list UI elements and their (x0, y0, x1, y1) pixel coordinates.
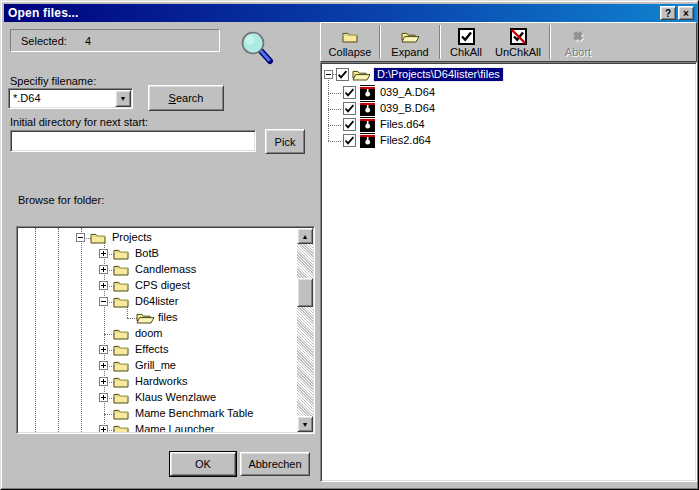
scrollbar-thumb[interactable] (297, 278, 313, 307)
folder-tree-row[interactable]: Effects (18, 342, 278, 358)
expand-plus-icon[interactable] (99, 425, 108, 432)
file-tree-root-row[interactable]: D:\Projects\D64lister\files (322, 67, 692, 82)
caption-buttons: ? × (660, 6, 694, 20)
folder-closed-icon (113, 263, 129, 278)
folder-name[interactable]: files (158, 311, 178, 323)
titlebar[interactable]: Open files... ? × (4, 4, 697, 22)
collapse-button[interactable]: Collapse (323, 24, 377, 60)
file-name[interactable]: Files.d64 (380, 118, 425, 130)
scroll-down-icon[interactable]: ▼ (297, 416, 313, 432)
folder-tree-row[interactable]: Candlemass (18, 262, 278, 278)
folder-closed-icon (113, 359, 129, 374)
file-tree-row[interactable]: 039_A.D64 (322, 85, 692, 100)
uncheck-icon (510, 26, 527, 46)
checkbox-checked-icon[interactable] (343, 86, 356, 99)
folder-tree-row[interactable]: Grill_me (18, 358, 278, 374)
toolbar-separator (439, 25, 441, 59)
expand-plus-icon[interactable] (99, 345, 108, 354)
file-tree-row[interactable]: Files2.d64 (322, 133, 692, 148)
abort-icon (569, 26, 587, 46)
folder-tree-row[interactable]: BotB (18, 246, 278, 262)
folder-open-icon (136, 311, 155, 326)
collapse-minus-icon[interactable] (99, 297, 108, 306)
file-name[interactable]: Files2.d64 (380, 134, 431, 146)
folder-closed-icon (113, 279, 129, 294)
disk-icon (360, 133, 375, 150)
filename-combobox[interactable]: *.D64 ▼ (8, 88, 133, 109)
expand-plus-icon[interactable] (99, 249, 108, 258)
open-files-dialog: Open files... ? × Selected: 4 Specifiy f… (0, 0, 699, 490)
tree-guide-line (328, 125, 341, 126)
file-tree-row[interactable]: 039_B.D64 (322, 101, 692, 116)
expand-plus-icon[interactable] (99, 281, 108, 290)
folder-tree-row[interactable]: Klaus Wenzlawe (18, 390, 278, 406)
folder-tree-row[interactable]: Hardworks (18, 374, 278, 390)
folder-closed-icon (113, 295, 129, 310)
folder-closed-icon (342, 26, 358, 46)
folder-name[interactable]: Hardworks (135, 375, 188, 387)
folder-closed-icon (113, 407, 129, 422)
toolbar-button-label: Collapse (329, 46, 372, 59)
search-button[interactable]: Search (148, 85, 224, 111)
folder-tree-row[interactable]: doom (18, 326, 278, 342)
folder-tree-row[interactable]: Projects (18, 230, 278, 246)
expand-button[interactable]: Expand (383, 24, 437, 60)
toolbar-button-label: UnChkAll (495, 46, 541, 59)
selected-path-label[interactable]: D:\Projects\D64lister\files (374, 68, 503, 81)
filename-combobox-value: *.D64 (13, 92, 41, 104)
unchkall-button[interactable]: UnChkAll (489, 24, 547, 60)
abort-button: Abort (553, 24, 603, 60)
checkbox-checked-icon[interactable] (343, 118, 356, 131)
scroll-up-icon[interactable]: ▲ (297, 228, 313, 244)
folder-name[interactable]: doom (135, 327, 163, 339)
file-tree-row[interactable]: Files.d64 (322, 117, 692, 132)
folder-name[interactable]: BotB (135, 247, 159, 259)
ok-button[interactable]: OK (170, 452, 236, 476)
checkbox-checked-icon[interactable] (343, 134, 356, 147)
file-checkbox-tree[interactable]: D:\Projects\D64lister\files 039_A.D64 03… (322, 64, 695, 480)
folder-name[interactable]: D64lister (135, 295, 178, 307)
file-name[interactable]: 039_B.D64 (380, 102, 435, 114)
checkbox-checked-icon[interactable] (336, 68, 349, 81)
folder-name[interactable]: Mame Launcher (135, 423, 215, 432)
folder-name[interactable]: Mame Benchmark Table (135, 407, 253, 419)
checkbox-checked-icon[interactable] (343, 102, 356, 115)
chkall-button[interactable]: ChkAll (443, 24, 489, 60)
folder-tree-row[interactable]: Mame Benchmark Table (18, 406, 278, 422)
folder-name[interactable]: Candlemass (135, 263, 196, 275)
folder-tree-row[interactable]: files (18, 310, 278, 326)
folder-tree-row[interactable]: Mame Launcher (18, 422, 278, 432)
selected-count-value: 4 (85, 35, 91, 47)
expand-plus-icon[interactable] (99, 393, 108, 402)
selected-label: Selected: (21, 35, 67, 47)
pick-button[interactable]: Pick (265, 129, 305, 154)
help-button[interactable]: ? (660, 6, 676, 20)
close-button[interactable]: × (678, 6, 694, 20)
combobox-dropdown-arrow-icon[interactable]: ▼ (115, 90, 131, 107)
folder-tree-scrollbar[interactable]: ▲ ▼ (297, 228, 313, 432)
filename-label: Specifiy filename: (10, 75, 96, 87)
browse-for-folder-label: Browse for folder: (18, 194, 104, 206)
initial-directory-input[interactable] (10, 130, 256, 152)
folder-name[interactable]: Grill_me (135, 359, 176, 371)
expand-plus-icon[interactable] (99, 377, 108, 386)
folder-tree-row[interactable]: CPS digest (18, 278, 278, 294)
disk-icon (360, 117, 375, 134)
tree-guide-line (328, 109, 341, 110)
folder-tree-row[interactable]: D64lister (18, 294, 278, 310)
expand-plus-icon[interactable] (99, 265, 108, 274)
file-name[interactable]: 039_A.D64 (380, 86, 435, 98)
folder-name[interactable]: Projects (112, 231, 152, 243)
collapse-minus-icon[interactable] (76, 233, 85, 242)
folder-name[interactable]: Effects (135, 343, 168, 355)
folder-name[interactable]: Klaus Wenzlawe (135, 391, 216, 403)
cancel-button[interactable]: Abbrechen (240, 452, 310, 476)
expand-plus-icon[interactable] (99, 361, 108, 370)
check-icon (458, 26, 475, 46)
folder-tree[interactable]: Projects BotB Candlemass CPS digest D64l… (18, 228, 297, 432)
folder-name[interactable]: CPS digest (135, 279, 190, 291)
folder-open-icon (401, 26, 420, 46)
toolbar-button-label: Expand (391, 46, 428, 59)
disk-icon (360, 101, 375, 118)
disk-icon (360, 85, 375, 102)
